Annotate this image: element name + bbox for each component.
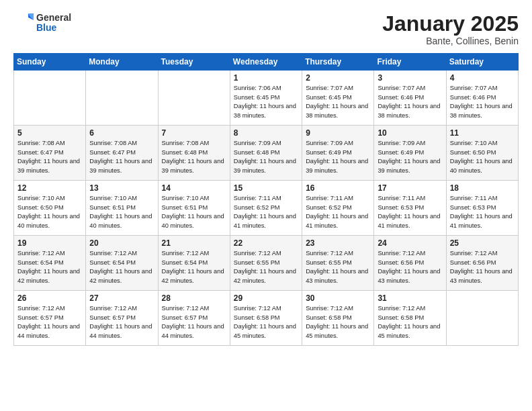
table-row: 24Sunrise: 7:12 AM Sunset: 6:56 PM Dayli… <box>374 236 446 291</box>
day-number: 28 <box>162 293 226 303</box>
calendar-table: Sunday Monday Tuesday Wednesday Thursday… <box>13 53 519 346</box>
table-row <box>86 71 158 126</box>
table-row: 23Sunrise: 7:12 AM Sunset: 6:55 PM Dayli… <box>302 236 374 291</box>
day-number: 3 <box>378 73 442 83</box>
table-row: 13Sunrise: 7:10 AM Sunset: 6:51 PM Dayli… <box>86 181 158 236</box>
day-number: 4 <box>450 73 515 83</box>
day-info: Sunrise: 7:12 AM Sunset: 6:55 PM Dayligh… <box>306 249 370 285</box>
table-row: 25Sunrise: 7:12 AM Sunset: 6:56 PM Dayli… <box>446 236 518 291</box>
table-row: 21Sunrise: 7:12 AM Sunset: 6:54 PM Dayli… <box>158 236 230 291</box>
day-number: 24 <box>378 238 442 248</box>
day-number: 18 <box>450 183 515 193</box>
day-info: Sunrise: 7:12 AM Sunset: 6:56 PM Dayligh… <box>378 249 442 285</box>
table-row: 3Sunrise: 7:07 AM Sunset: 6:46 PM Daylig… <box>374 71 446 126</box>
table-row: 11Sunrise: 7:10 AM Sunset: 6:50 PM Dayli… <box>446 126 518 181</box>
header-sunday: Sunday <box>14 54 86 71</box>
table-row: 6Sunrise: 7:08 AM Sunset: 6:47 PM Daylig… <box>86 126 158 181</box>
day-info: Sunrise: 7:11 AM Sunset: 6:53 PM Dayligh… <box>378 194 442 230</box>
day-number: 8 <box>234 128 298 138</box>
day-number: 30 <box>306 293 370 303</box>
day-number: 17 <box>378 183 442 193</box>
day-number: 25 <box>450 238 515 248</box>
table-row <box>14 71 86 126</box>
table-row: 27Sunrise: 7:12 AM Sunset: 6:57 PM Dayli… <box>86 291 158 346</box>
day-info: Sunrise: 7:09 AM Sunset: 6:48 PM Dayligh… <box>234 139 298 175</box>
day-info: Sunrise: 7:12 AM Sunset: 6:57 PM Dayligh… <box>162 304 226 340</box>
day-info: Sunrise: 7:12 AM Sunset: 6:56 PM Dayligh… <box>450 249 515 285</box>
day-number: 16 <box>306 183 370 193</box>
day-number: 26 <box>17 293 82 303</box>
day-info: Sunrise: 7:12 AM Sunset: 6:58 PM Dayligh… <box>306 304 370 340</box>
day-info: Sunrise: 7:08 AM Sunset: 6:47 PM Dayligh… <box>17 139 82 175</box>
day-info: Sunrise: 7:07 AM Sunset: 6:46 PM Dayligh… <box>450 84 515 120</box>
day-number: 9 <box>306 128 370 138</box>
header-thursday: Thursday <box>302 54 374 71</box>
table-row: 7Sunrise: 7:08 AM Sunset: 6:48 PM Daylig… <box>158 126 230 181</box>
logo-general: General <box>36 13 71 23</box>
table-row: 19Sunrise: 7:12 AM Sunset: 6:54 PM Dayli… <box>14 236 86 291</box>
day-info: Sunrise: 7:12 AM Sunset: 6:57 PM Dayligh… <box>17 304 82 340</box>
table-row: 31Sunrise: 7:12 AM Sunset: 6:58 PM Dayli… <box>374 291 446 346</box>
day-info: Sunrise: 7:10 AM Sunset: 6:50 PM Dayligh… <box>450 139 515 175</box>
table-row: 10Sunrise: 7:09 AM Sunset: 6:49 PM Dayli… <box>374 126 446 181</box>
table-row: 1Sunrise: 7:06 AM Sunset: 6:45 PM Daylig… <box>230 71 302 126</box>
day-info: Sunrise: 7:07 AM Sunset: 6:46 PM Dayligh… <box>378 84 442 120</box>
table-row: 12Sunrise: 7:10 AM Sunset: 6:50 PM Dayli… <box>14 181 86 236</box>
calendar-header-row: Sunday Monday Tuesday Wednesday Thursday… <box>14 54 519 71</box>
page: General Blue January 2025 Bante, Colline… <box>0 0 532 411</box>
table-row: 8Sunrise: 7:09 AM Sunset: 6:48 PM Daylig… <box>230 126 302 181</box>
logo-icon <box>13 12 35 34</box>
header-monday: Monday <box>86 54 158 71</box>
day-number: 1 <box>234 73 298 83</box>
day-number: 15 <box>234 183 298 193</box>
table-row: 4Sunrise: 7:07 AM Sunset: 6:46 PM Daylig… <box>446 71 518 126</box>
table-row: 26Sunrise: 7:12 AM Sunset: 6:57 PM Dayli… <box>14 291 86 346</box>
day-info: Sunrise: 7:10 AM Sunset: 6:51 PM Dayligh… <box>162 194 226 230</box>
day-info: Sunrise: 7:11 AM Sunset: 6:52 PM Dayligh… <box>234 194 298 230</box>
day-number: 13 <box>89 183 154 193</box>
day-info: Sunrise: 7:08 AM Sunset: 6:48 PM Dayligh… <box>162 139 226 175</box>
day-info: Sunrise: 7:08 AM Sunset: 6:47 PM Dayligh… <box>89 139 154 175</box>
table-row: 16Sunrise: 7:11 AM Sunset: 6:52 PM Dayli… <box>302 181 374 236</box>
day-info: Sunrise: 7:10 AM Sunset: 6:51 PM Dayligh… <box>89 194 154 230</box>
header-tuesday: Tuesday <box>158 54 230 71</box>
day-number: 21 <box>162 238 226 248</box>
table-row: 9Sunrise: 7:09 AM Sunset: 6:49 PM Daylig… <box>302 126 374 181</box>
day-info: Sunrise: 7:12 AM Sunset: 6:57 PM Dayligh… <box>89 304 154 340</box>
header-friday: Friday <box>374 54 446 71</box>
day-info: Sunrise: 7:09 AM Sunset: 6:49 PM Dayligh… <box>378 139 442 175</box>
day-number: 29 <box>234 293 298 303</box>
day-number: 10 <box>378 128 442 138</box>
title-block: January 2025 Bante, Collines, Benin <box>382 12 519 46</box>
logo: General Blue <box>13 12 71 34</box>
table-row: 30Sunrise: 7:12 AM Sunset: 6:58 PM Dayli… <box>302 291 374 346</box>
table-row <box>158 71 230 126</box>
calendar-week-row: 26Sunrise: 7:12 AM Sunset: 6:57 PM Dayli… <box>14 291 519 346</box>
calendar-week-row: 5Sunrise: 7:08 AM Sunset: 6:47 PM Daylig… <box>14 126 519 181</box>
day-info: Sunrise: 7:11 AM Sunset: 6:53 PM Dayligh… <box>450 194 515 230</box>
day-number: 27 <box>89 293 154 303</box>
day-number: 22 <box>234 238 298 248</box>
day-info: Sunrise: 7:09 AM Sunset: 6:49 PM Dayligh… <box>306 139 370 175</box>
table-row: 29Sunrise: 7:12 AM Sunset: 6:58 PM Dayli… <box>230 291 302 346</box>
calendar-title: January 2025 <box>382 12 519 36</box>
logo-text: General Blue <box>13 12 71 34</box>
logo-blue: Blue <box>36 23 71 33</box>
table-row <box>446 291 518 346</box>
day-number: 20 <box>89 238 154 248</box>
day-number: 14 <box>162 183 226 193</box>
table-row: 18Sunrise: 7:11 AM Sunset: 6:53 PM Dayli… <box>446 181 518 236</box>
table-row: 5Sunrise: 7:08 AM Sunset: 6:47 PM Daylig… <box>14 126 86 181</box>
day-info: Sunrise: 7:12 AM Sunset: 6:54 PM Dayligh… <box>89 249 154 285</box>
header-saturday: Saturday <box>446 54 518 71</box>
day-info: Sunrise: 7:12 AM Sunset: 6:58 PM Dayligh… <box>234 304 298 340</box>
header: General Blue January 2025 Bante, Colline… <box>13 12 519 46</box>
table-row: 28Sunrise: 7:12 AM Sunset: 6:57 PM Dayli… <box>158 291 230 346</box>
table-row: 20Sunrise: 7:12 AM Sunset: 6:54 PM Dayli… <box>86 236 158 291</box>
day-info: Sunrise: 7:10 AM Sunset: 6:50 PM Dayligh… <box>17 194 82 230</box>
calendar-week-row: 1Sunrise: 7:06 AM Sunset: 6:45 PM Daylig… <box>14 71 519 126</box>
day-info: Sunrise: 7:07 AM Sunset: 6:45 PM Dayligh… <box>306 84 370 120</box>
calendar-week-row: 19Sunrise: 7:12 AM Sunset: 6:54 PM Dayli… <box>14 236 519 291</box>
day-number: 23 <box>306 238 370 248</box>
day-info: Sunrise: 7:12 AM Sunset: 6:54 PM Dayligh… <box>162 249 226 285</box>
